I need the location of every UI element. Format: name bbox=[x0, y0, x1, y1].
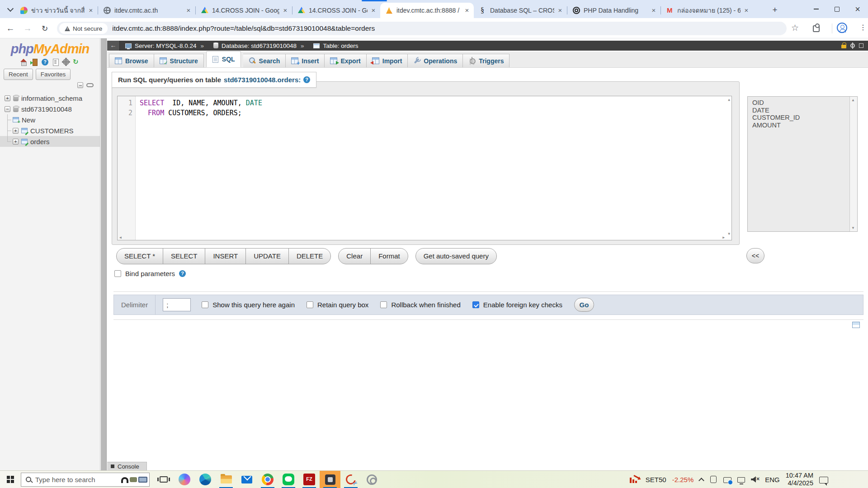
page-settings-icon[interactable] bbox=[852, 322, 860, 328]
preferences-gear-icon[interactable] bbox=[850, 43, 855, 48]
browser-tab[interactable]: 14.CROSS JOIN - Google T× bbox=[196, 3, 292, 18]
tab-browse[interactable]: Browse bbox=[109, 54, 154, 67]
bookmark-star-icon[interactable]: ☆ bbox=[791, 23, 799, 33]
scroll-down-icon[interactable]: ▼ bbox=[728, 232, 730, 236]
tab-search-chevron-icon[interactable] bbox=[5, 5, 15, 14]
tab-close-icon[interactable]: × bbox=[281, 6, 289, 14]
browser-tab[interactable]: 14.CROSS JOIN - Google× bbox=[292, 3, 380, 18]
taskbar-app-copilot[interactable] bbox=[174, 471, 195, 488]
tab-close-icon[interactable]: × bbox=[650, 6, 658, 14]
device-icon[interactable] bbox=[710, 476, 717, 483]
address-bar[interactable]: Not secure itdev.cmtc.ac.th:8888/index.p… bbox=[57, 22, 787, 35]
tab-triggers[interactable]: Triggers bbox=[463, 54, 509, 67]
fullscreen-icon[interactable] bbox=[859, 43, 863, 48]
reload-button[interactable]: ↻ bbox=[38, 22, 52, 35]
tree-item-std67319010048[interactable]: −std67319010048 bbox=[0, 103, 100, 114]
tab-close-icon[interactable]: × bbox=[369, 6, 377, 14]
network-icon[interactable] bbox=[737, 477, 745, 483]
tab-close-icon[interactable]: × bbox=[463, 6, 471, 14]
collapse-columns-button[interactable]: << bbox=[746, 248, 764, 263]
close-icon[interactable] bbox=[847, 0, 868, 18]
browser-tab[interactable]: กล่องจดหมาย (125) - 67319× bbox=[661, 3, 753, 18]
tree-expander-icon[interactable]: + bbox=[13, 139, 19, 145]
settings-gear-icon[interactable] bbox=[63, 59, 69, 65]
columns-scrollbar[interactable] bbox=[849, 97, 857, 231]
link-icon[interactable] bbox=[86, 83, 94, 87]
start-button[interactable] bbox=[0, 471, 21, 488]
collapse-all-icon[interactable] bbox=[77, 82, 83, 88]
ticker-symbol[interactable]: SET50 bbox=[646, 476, 666, 483]
tree-item-orders[interactable]: +orders bbox=[0, 136, 100, 147]
extensions-icon[interactable] bbox=[813, 25, 820, 32]
breadcrumb-table[interactable]: Table: orders bbox=[323, 42, 358, 49]
checkbox-checked[interactable] bbox=[472, 301, 479, 308]
get-auto-saved-query-button[interactable]: Get auto-saved query bbox=[415, 248, 497, 264]
tree-expander-icon[interactable]: + bbox=[5, 95, 10, 101]
sql-editor[interactable]: 1SELECT ID, NAME, AMOUNT, DATE2 FROM CUS… bbox=[117, 96, 732, 240]
browser-tab[interactable]: itdev.cmtc.ac.th× bbox=[98, 3, 195, 18]
tab-import[interactable]: Import bbox=[367, 54, 408, 67]
clear-button[interactable]: Clear bbox=[338, 248, 371, 264]
taskbar-app-mail[interactable] bbox=[236, 471, 257, 488]
column-option-customer_id[interactable]: CUSTOMER_ID bbox=[752, 114, 857, 122]
breadcrumb-server[interactable]: Server: MYSQL-8.0.24 bbox=[135, 42, 197, 49]
tab-search[interactable]: Search bbox=[243, 54, 286, 67]
columns-listbox[interactable]: OIDDATECUSTOMER_IDAMOUNT bbox=[747, 96, 858, 232]
ticker-change[interactable]: -2.25% bbox=[672, 476, 694, 483]
help-icon[interactable]: ? bbox=[179, 270, 186, 277]
url-text[interactable]: itdev.cmtc.ac.th:8888/index.php?route=/t… bbox=[112, 24, 375, 33]
taskbar-app-spiral[interactable] bbox=[361, 471, 382, 488]
insert-button[interactable]: INSERT bbox=[205, 248, 246, 264]
column-option-amount[interactable]: AMOUNT bbox=[752, 122, 857, 129]
scroll-up-icon[interactable]: ▲ bbox=[728, 98, 730, 102]
volume-muted-icon[interactable] bbox=[751, 476, 759, 483]
logout-icon[interactable] bbox=[31, 59, 38, 66]
tree-item-information_schema[interactable]: +information_schema bbox=[0, 93, 100, 103]
taskbar-app-file-explorer[interactable] bbox=[216, 471, 236, 488]
select-button[interactable]: SELECT bbox=[163, 248, 205, 264]
tree-item-new[interactable]: New bbox=[0, 114, 100, 125]
back-button[interactable]: ← bbox=[4, 22, 17, 35]
update-button[interactable]: UPDATE bbox=[245, 248, 289, 264]
console-toggle[interactable]: Console bbox=[107, 462, 147, 470]
sidebar-resize-handle[interactable] bbox=[101, 38, 107, 470]
column-option-date[interactable]: DATE bbox=[752, 107, 857, 114]
browser-tab[interactable]: ข่าว ข่าววันนี้ จากสื่อทั่วโลก แ× bbox=[15, 3, 98, 18]
minimize-icon[interactable] bbox=[806, 0, 826, 18]
scroll-right-icon[interactable]: ▶ bbox=[722, 236, 725, 239]
language-indicator[interactable]: ENG bbox=[765, 476, 780, 483]
tree-expander-icon[interactable]: − bbox=[5, 106, 10, 112]
scroll-left-icon[interactable]: ◀ bbox=[119, 236, 122, 239]
help-icon[interactable]: ? bbox=[303, 76, 310, 83]
taskbar-search-input[interactable]: Type here to search bbox=[21, 473, 150, 487]
tab-sql[interactable]: SQL bbox=[206, 51, 241, 67]
checkbox[interactable] bbox=[202, 301, 208, 308]
tab-export[interactable]: Export bbox=[325, 54, 366, 67]
notification-center-icon[interactable] bbox=[819, 477, 828, 483]
screen-share-icon[interactable] bbox=[723, 477, 731, 483]
favorites-button[interactable]: Favorites bbox=[36, 69, 71, 80]
recent-button[interactable]: Recent bbox=[4, 69, 33, 80]
tree-expander-icon[interactable]: + bbox=[13, 128, 19, 134]
profile-avatar-icon[interactable] bbox=[837, 23, 847, 33]
taskbar-app-sharex[interactable] bbox=[340, 471, 361, 488]
hidden-icons-chevron[interactable] bbox=[698, 478, 704, 483]
taskbar-app-edge[interactable] bbox=[195, 471, 216, 488]
delimiter-input[interactable]: ; bbox=[163, 298, 191, 311]
browser-tab[interactable]: PHP Data Handling× bbox=[567, 3, 660, 18]
restore-icon[interactable] bbox=[826, 0, 847, 18]
browser-tab[interactable]: Database SQL – CROSS JO× bbox=[474, 3, 567, 18]
taskbar-app-filezilla[interactable] bbox=[299, 471, 320, 488]
editor-code[interactable]: 1SELECT ID, NAME, AMOUNT, DATE2 FROM CUS… bbox=[118, 96, 731, 118]
checkbox[interactable] bbox=[380, 301, 387, 308]
bind-parameters-checkbox[interactable] bbox=[114, 270, 121, 277]
tree-item-customers[interactable]: +CUSTOMERS bbox=[0, 125, 100, 136]
stock-chart-icon[interactable] bbox=[630, 476, 640, 483]
docs-icon[interactable] bbox=[52, 59, 59, 66]
column-option-oid[interactable]: OID bbox=[752, 99, 857, 107]
checkbox[interactable] bbox=[307, 301, 313, 308]
select-button[interactable]: SELECT * bbox=[116, 248, 163, 264]
tab-structure[interactable]: Structure bbox=[154, 54, 204, 67]
delete-button[interactable]: DELETE bbox=[288, 248, 331, 264]
tab-close-icon[interactable]: × bbox=[742, 6, 750, 14]
